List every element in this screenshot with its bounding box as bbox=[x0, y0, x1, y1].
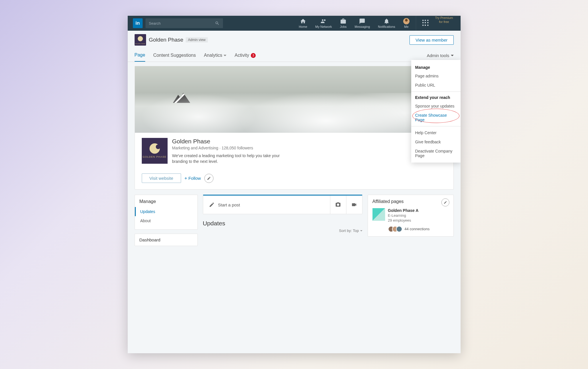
view-as-member-button[interactable]: View as member bbox=[410, 35, 453, 45]
follow-button[interactable]: Follow bbox=[185, 175, 201, 181]
tab-page[interactable]: Page bbox=[135, 49, 145, 62]
affiliated-heading: Affiliated pages bbox=[372, 199, 449, 204]
dropdown-deactivate[interactable]: Deactivate Company Page bbox=[411, 147, 461, 160]
edit-button[interactable] bbox=[204, 174, 214, 183]
activity-badge: 3 bbox=[251, 53, 256, 58]
video-button[interactable] bbox=[346, 196, 362, 214]
cover-image bbox=[135, 66, 453, 133]
caret-down-icon bbox=[224, 55, 226, 56]
search-input[interactable] bbox=[149, 21, 215, 26]
admin-tools-dropdown-trigger[interactable]: Admin tools bbox=[427, 53, 453, 58]
manage-about-item[interactable]: About bbox=[135, 216, 197, 225]
camera-button[interactable] bbox=[330, 196, 346, 214]
visit-website-button[interactable]: Visit website bbox=[142, 173, 181, 183]
try-premium-link[interactable]: Try Premiumfor free bbox=[433, 16, 455, 31]
affiliated-logo bbox=[372, 208, 385, 221]
compose-icon bbox=[209, 202, 215, 208]
connection-avatar bbox=[396, 226, 402, 232]
affiliated-name: Golden Phase A bbox=[388, 208, 419, 213]
dropdown-help[interactable]: Help Center bbox=[411, 128, 461, 137]
nav-me[interactable]: Me bbox=[399, 16, 414, 31]
nav-network[interactable]: My Network bbox=[311, 16, 336, 31]
dropdown-sponsor[interactable]: Sponsor your updates bbox=[411, 101, 461, 111]
page-title: Golden Phase bbox=[149, 37, 183, 43]
dropdown-feedback[interactable]: Give feedback bbox=[411, 137, 461, 147]
apps-icon bbox=[422, 20, 429, 26]
connections-count: 44 connections bbox=[405, 227, 430, 231]
search-bar[interactable] bbox=[145, 18, 223, 28]
admin-view-badge: Admin view bbox=[186, 37, 208, 42]
caret-down-icon bbox=[360, 230, 362, 231]
affiliated-industry: E-Learning bbox=[388, 213, 419, 218]
caret-down-icon bbox=[451, 55, 454, 56]
connections-row[interactable]: 44 connections bbox=[388, 226, 449, 232]
sort-by-dropdown[interactable]: Sort by: Top bbox=[203, 229, 362, 233]
nav-apps[interactable] bbox=[418, 16, 433, 31]
dashboard-card[interactable]: Dashboard bbox=[135, 234, 198, 246]
updates-heading: Updates bbox=[203, 220, 362, 227]
company-name: Golden Phase bbox=[172, 138, 281, 145]
company-logo-small bbox=[135, 34, 146, 46]
admin-tools-dropdown: Manage Page admins Public URL Extend you… bbox=[411, 60, 461, 163]
dropdown-create-showcase[interactable]: Create Showcase Page bbox=[411, 111, 461, 124]
manage-heading: Manage bbox=[135, 199, 197, 207]
tab-content-suggestions[interactable]: Content Suggestions bbox=[153, 49, 196, 61]
nav-messaging[interactable]: Messaging bbox=[351, 16, 374, 31]
affiliated-page-item[interactable]: Golden Phase A E-Learning 29 employees bbox=[372, 208, 449, 223]
edit-affiliated-button[interactable] bbox=[441, 198, 449, 206]
tab-activity[interactable]: Activity3 bbox=[234, 49, 256, 61]
start-post[interactable]: Start a post bbox=[203, 196, 330, 213]
tab-analytics[interactable]: Analytics bbox=[204, 49, 226, 61]
avatar-icon bbox=[403, 18, 410, 24]
manage-updates-item[interactable]: Updates bbox=[135, 207, 197, 216]
search-icon bbox=[215, 21, 220, 26]
dropdown-header-manage: Manage bbox=[411, 63, 461, 71]
dropdown-header-extend: Extend your reach bbox=[411, 93, 461, 101]
company-meta: Marketing and Advertising · 128,050 foll… bbox=[172, 146, 281, 150]
dropdown-page-admins[interactable]: Page admins bbox=[411, 71, 461, 81]
dropdown-public-url[interactable]: Public URL bbox=[411, 81, 461, 90]
nav-notifications[interactable]: Notifications bbox=[374, 16, 399, 31]
company-description: We've created a leading marketing tool t… bbox=[172, 153, 281, 164]
company-logo: GOLDEN PHASE bbox=[142, 138, 168, 164]
affiliated-employees: 29 employees bbox=[388, 218, 419, 223]
nav-jobs[interactable]: Jobs bbox=[336, 16, 351, 31]
linkedin-logo[interactable]: in bbox=[133, 18, 143, 28]
nav-home[interactable]: Home bbox=[295, 16, 311, 31]
